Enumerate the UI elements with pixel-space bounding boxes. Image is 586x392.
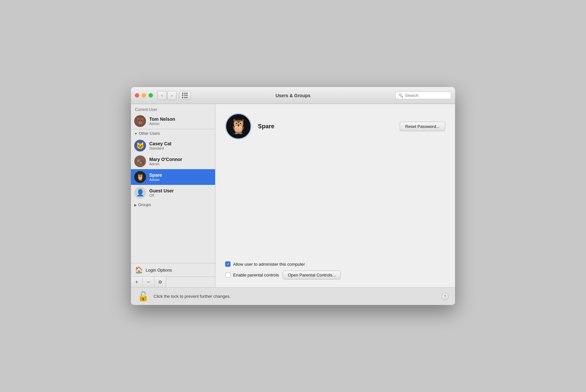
parental-controls-label: Enable parental controls (233, 273, 279, 277)
search-input[interactable] (405, 93, 448, 98)
user-detail-header: 🦉 Spare Reset Password... (225, 113, 445, 139)
avatar-tom-nelson: 🐻 (134, 115, 146, 127)
sidebar-inner: Current User 🐻 Tom Nelson Admin ▼ Other … (131, 104, 215, 263)
lock-icon[interactable]: 🔓 (137, 291, 149, 302)
groups-label: Groups (138, 203, 151, 207)
reset-password-button[interactable]: Reset Password... (400, 122, 446, 131)
user-role-casey: Standard (149, 146, 212, 150)
traffic-lights (135, 93, 153, 98)
user-name-spare: Spare (149, 172, 212, 178)
user-settings-button[interactable]: ⚙ (155, 277, 166, 287)
house-icon: 🏠 (135, 266, 143, 274)
sidebar-item-guest[interactable]: 👤 Guest User Off (131, 185, 215, 201)
avatar-mary: 🦦 (134, 155, 146, 167)
add-user-button[interactable]: + (131, 277, 143, 287)
bottom-bar: 🔓 Click the lock to prevent further chan… (131, 287, 455, 305)
main-window: ‹ › Users & Groups 🔍 Current User 🐻 (131, 87, 455, 305)
user-name-casey: Casey Cat (149, 141, 212, 146)
parental-controls-checkbox[interactable] (225, 273, 230, 278)
spacer (225, 139, 445, 261)
help-button[interactable]: ? (441, 293, 449, 300)
user-role-spare: Admin (149, 178, 212, 182)
grid-icon (182, 93, 188, 98)
nav-buttons: ‹ › (157, 91, 176, 100)
sidebar-item-casey-cat[interactable]: 🐱 Casey Cat Standard (131, 138, 215, 153)
sidebar-item-tom-nelson[interactable]: 🐻 Tom Nelson Admin (131, 113, 215, 129)
current-user-label: Current User (131, 104, 215, 113)
remove-user-button[interactable]: − (143, 277, 155, 287)
maximize-button[interactable] (149, 93, 153, 98)
avatar-spare: 🦉 (134, 171, 146, 183)
forward-button[interactable]: › (167, 91, 176, 100)
expand-icon: ▶ (134, 203, 137, 207)
allow-admin-label: Allow user to administer this computer (233, 262, 305, 267)
parental-controls-row: Enable parental controls Open Parental C… (225, 271, 445, 279)
avatar-casey: 🐱 (134, 140, 146, 151)
minimize-button[interactable] (142, 93, 146, 98)
titlebar: ‹ › Users & Groups 🔍 (131, 87, 455, 104)
user-name-tom: Tom Nelson (149, 116, 212, 122)
user-role-mary: Admin (149, 162, 212, 166)
sidebar-item-spare[interactable]: 🦉 Spare Admin (131, 169, 215, 185)
detail-avatar: 🦉 (225, 113, 251, 139)
close-button[interactable] (135, 93, 139, 98)
user-info-guest: Guest User Off (149, 188, 212, 197)
search-box[interactable]: 🔍 (395, 92, 451, 99)
window-title: Users & Groups (276, 93, 311, 98)
sidebar: Current User 🐻 Tom Nelson Admin ▼ Other … (131, 104, 215, 287)
lock-text: Click the lock to prevent further change… (154, 294, 231, 299)
allow-admin-checkbox[interactable] (225, 261, 230, 267)
main-panel: 🦉 Spare Reset Password... Allow user to … (215, 104, 455, 287)
user-role-guest: Off (149, 193, 212, 197)
search-icon: 🔍 (398, 93, 403, 98)
user-name-guest: Guest User (149, 188, 212, 193)
other-users-header[interactable]: ▼ Other Users (131, 129, 215, 138)
collapse-icon: ▼ (134, 132, 137, 135)
login-options-label: Login Options (146, 268, 172, 273)
user-name-mary: Mary O'Connor (149, 157, 212, 162)
avatar-guest: 👤 (134, 187, 146, 199)
content-area: Current User 🐻 Tom Nelson Admin ▼ Other … (131, 104, 455, 287)
user-info-spare: Spare Admin (149, 172, 212, 182)
detail-name: Spare (258, 123, 393, 130)
back-button[interactable]: ‹ (157, 91, 167, 100)
user-info-tom: Tom Nelson Admin (149, 116, 212, 126)
login-options-row[interactable]: 🏠 Login Options (131, 263, 215, 276)
toolbar-row: + − ⚙ (131, 276, 215, 287)
grid-view-button[interactable] (179, 91, 191, 100)
user-role-tom: Admin (149, 122, 212, 126)
user-info-casey: Casey Cat Standard (149, 141, 212, 150)
open-parental-controls-button[interactable]: Open Parental Controls... (283, 271, 341, 279)
owl-icon: 🦉 (226, 114, 250, 138)
allow-admin-row: Allow user to administer this computer (225, 261, 445, 267)
groups-header[interactable]: ▶ Groups (131, 201, 215, 209)
sidebar-item-mary-oconnor[interactable]: 🦦 Mary O'Connor Admin (131, 153, 215, 169)
user-info-mary: Mary O'Connor Admin (149, 157, 212, 166)
other-users-label: Other Users (139, 131, 160, 136)
